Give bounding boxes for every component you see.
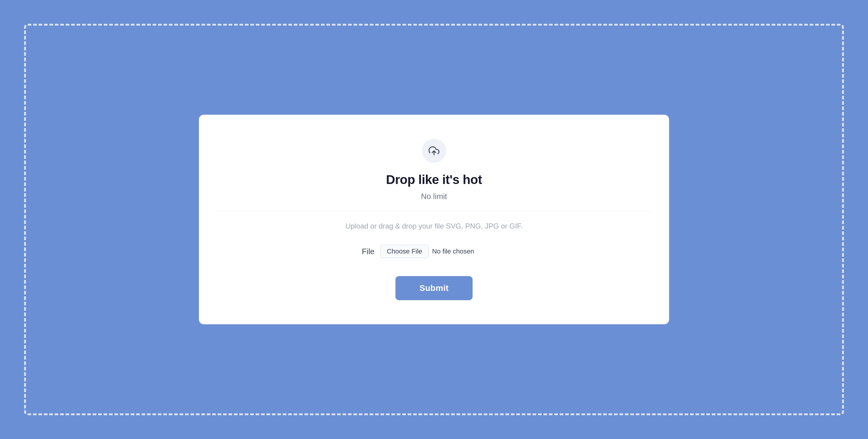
upload-card: Drop like it's hot No limit Upload or dr… (199, 115, 669, 324)
outer-dashed-border: Drop like it's hot No limit Upload or dr… (24, 24, 844, 415)
file-input-label: File (362, 247, 375, 256)
file-description: Upload or drag & drop your file SVG, PNG… (345, 222, 523, 230)
divider (217, 211, 651, 211)
submit-button[interactable]: Submit (396, 276, 473, 300)
card-subtitle: No limit (421, 192, 447, 201)
file-input[interactable] (380, 245, 506, 258)
card-title: Drop like it's hot (386, 172, 482, 187)
upload-cloud-icon (429, 145, 439, 156)
upload-icon-circle (422, 139, 446, 163)
file-input-row: File (362, 245, 506, 258)
